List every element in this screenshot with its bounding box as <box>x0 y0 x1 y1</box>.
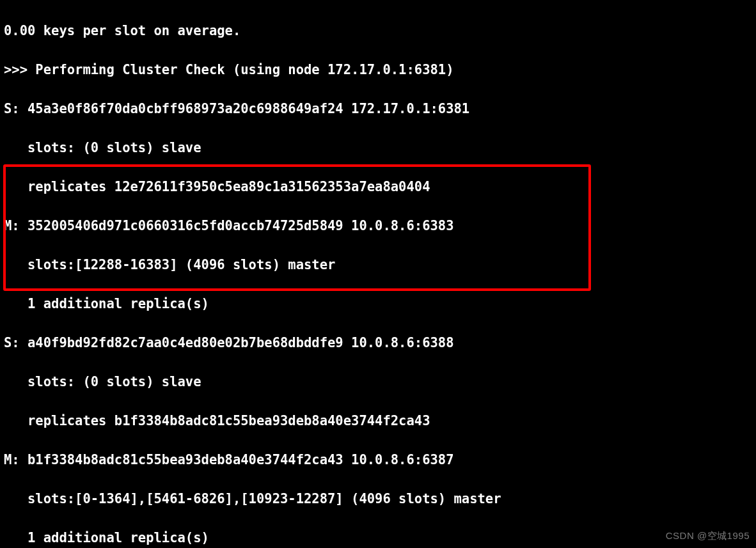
terminal-line: S: a40f9bd92fd82c7aa0c4ed80e02b7be68dbdd… <box>4 333 752 353</box>
terminal-line: slots: (0 slots) slave <box>4 138 752 158</box>
terminal-line: M: 352005406d971c0660316c5fd0accb74725d5… <box>4 216 752 236</box>
terminal-line: S: 45a3e0f86f70da0cbff968973a20c6988649a… <box>4 99 752 119</box>
terminal-line: 1 additional replica(s) <box>4 528 752 548</box>
terminal-line: replicates b1f3384b8adc81c55bea93deb8a40… <box>4 411 752 431</box>
terminal-line: slots:[0-1364],[5461-6826],[10923-12287]… <box>4 489 752 509</box>
watermark-text: CSDN @空城1995 <box>666 526 750 546</box>
terminal-line: replicates 12e72611f3950c5ea89c1a3156235… <box>4 177 752 197</box>
terminal-line: 1 additional replica(s) <box>4 294 752 314</box>
terminal-line: slots:[12288-16383] (4096 slots) master <box>4 255 752 275</box>
terminal-line-heading: >>> Performing Cluster Check (using node… <box>4 60 752 80</box>
terminal-line: M: b1f3384b8adc81c55bea93deb8a40e3744f2c… <box>4 450 752 470</box>
terminal-output: 0.00 keys per slot on average. >>> Perfo… <box>0 0 756 548</box>
terminal-line: slots: (0 slots) slave <box>4 372 752 392</box>
terminal-line: 0.00 keys per slot on average. <box>4 21 752 41</box>
